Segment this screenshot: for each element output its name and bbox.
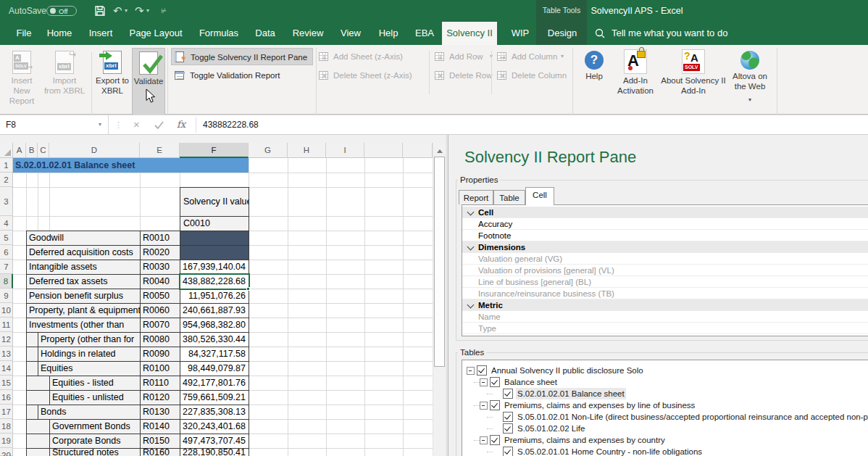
row-code-cell[interactable]: R0030 bbox=[140, 260, 180, 275]
tree-item-label[interactable]: S.05.02.01.01 Home Country - non-life ob… bbox=[516, 446, 704, 456]
tree-collapse-icon[interactable] bbox=[480, 402, 488, 410]
row-header-19[interactable]: 19 bbox=[0, 434, 13, 448]
row-code-cell[interactable]: R0160 bbox=[140, 448, 180, 456]
row-label-cell[interactable]: Investments (other than bbox=[26, 318, 141, 333]
value-cell-F9[interactable]: 11,951,076.26 bbox=[180, 289, 249, 304]
property-row-type[interactable]: Type bbox=[462, 323, 868, 334]
ribbon-button-delete-sheet-z-axis-[interactable]: ✕Delete Sheet (z-Axis) bbox=[319, 67, 427, 84]
row-code-cell[interactable]: R0150 bbox=[140, 434, 180, 449]
row-header-14[interactable]: 14 bbox=[0, 361, 13, 376]
tree-collapse-icon[interactable] bbox=[480, 378, 488, 386]
value-cell-F20[interactable]: 228,190,850.41 bbox=[180, 448, 249, 456]
row-label-cell[interactable]: Equities - listed bbox=[49, 376, 141, 391]
checkbox-checked[interactable] bbox=[503, 412, 513, 422]
ribbon-button-add-row[interactable]: ↓Add Row▾ bbox=[435, 48, 498, 65]
insert-function-icon[interactable]: fx bbox=[177, 115, 185, 134]
row-label-cell[interactable]: Corporate Bonds bbox=[49, 434, 141, 449]
ribbon-button-delete-column[interactable]: ✕Delete Column bbox=[497, 67, 559, 84]
tree-item[interactable]: S.02.01.02.01 Balance sheet bbox=[462, 388, 868, 399]
row-header-7[interactable]: 7 bbox=[0, 260, 13, 274]
scroll-up-button[interactable] bbox=[433, 143, 446, 155]
row-code-cell[interactable]: R0010 bbox=[140, 231, 180, 246]
tree-item-label[interactable]: Premiums, claims and expenses by line of… bbox=[503, 399, 696, 411]
row-header-20[interactable]: 20 bbox=[0, 448, 13, 456]
value-cell-F12[interactable]: 380,526,330.44 bbox=[180, 332, 249, 347]
property-group-cell[interactable]: Cell bbox=[462, 207, 868, 218]
checkbox-checked[interactable] bbox=[503, 423, 513, 434]
tree-item[interactable]: Premiums, claims and expenses by line of… bbox=[462, 399, 868, 411]
tree-item[interactable]: S.05.02.01.01 Home Country - non-life ob… bbox=[462, 446, 868, 456]
checkbox-checked[interactable] bbox=[503, 447, 513, 456]
row-label-cell[interactable]: Pension benefit surplus bbox=[26, 289, 141, 304]
property-row-line-of-business-general-bl-[interactable]: Line of business [general] (BL) bbox=[462, 276, 868, 288]
select-all-corner[interactable] bbox=[0, 143, 13, 158]
toggle-solvency-report-pane-button[interactable]: * Toggle Solvency II Report Pane bbox=[171, 48, 313, 65]
property-row-footnote[interactable]: Footnote bbox=[462, 230, 868, 241]
row-header-1[interactable]: 1 bbox=[0, 158, 13, 173]
column-header-blank[interactable] bbox=[364, 143, 403, 158]
value-cell-F11[interactable]: 954,968,382.80 bbox=[180, 318, 249, 333]
ribbon-button-delete-row[interactable]: ✕Delete Row bbox=[435, 67, 488, 84]
row-label-cell[interactable]: Property (other than for bbox=[38, 332, 141, 347]
row-header-11[interactable]: 11 bbox=[0, 318, 13, 332]
tree-item[interactable]: Annual Solvency II public disclosure Sol… bbox=[462, 365, 868, 376]
row-header-18[interactable]: 18 bbox=[0, 419, 13, 434]
enter-icon[interactable] bbox=[154, 120, 164, 133]
property-row-accuracy[interactable]: Accuracy bbox=[462, 218, 868, 230]
row-header-10[interactable]: 10 bbox=[0, 303, 13, 318]
ribbon-tab-solvency-ii[interactable]: Solvency II bbox=[442, 22, 497, 45]
column-header-I[interactable]: I bbox=[326, 143, 364, 158]
tell-me-box[interactable]: Tell me what you want to do bbox=[612, 22, 727, 45]
value-cell-F17[interactable]: 227,835,308.13 bbox=[180, 405, 249, 420]
checkbox-checked[interactable] bbox=[477, 365, 487, 376]
row-label-cell[interactable]: Structured notes bbox=[49, 448, 141, 456]
row-label-cell[interactable]: Intangible assets bbox=[26, 260, 141, 275]
ribbon-tab-page-layout[interactable]: Page Layout bbox=[125, 22, 187, 45]
tree-collapse-icon[interactable] bbox=[480, 436, 488, 444]
row-code-cell[interactable]: R0100 bbox=[140, 361, 180, 376]
row-code-cell[interactable]: R0090 bbox=[140, 347, 180, 362]
value-cell-F6[interactable] bbox=[180, 245, 249, 260]
row-code-cell[interactable]: R0080 bbox=[140, 332, 180, 347]
row-code-cell[interactable]: R0070 bbox=[140, 318, 180, 333]
property-row-valuation-of-provisions-general-vl-[interactable]: Valuation of provisions [general] (VL) bbox=[462, 265, 868, 276]
row-header-12[interactable]: 12 bbox=[0, 332, 13, 347]
ribbon-tab-help[interactable]: Help bbox=[374, 22, 403, 45]
checkbox-checked[interactable] bbox=[503, 389, 513, 399]
row-header-17[interactable]: 17 bbox=[0, 405, 13, 419]
properties-tab-table[interactable]: Table bbox=[493, 190, 525, 204]
ribbon-tab-view[interactable]: View bbox=[336, 22, 365, 45]
vertical-scrollbar[interactable] bbox=[433, 143, 446, 456]
tree-item-label[interactable]: S.05.01.02.02 Life bbox=[516, 423, 586, 434]
toggle-validation-report-button[interactable]: Toggle Validation Report bbox=[171, 67, 313, 84]
column-header-G[interactable]: G bbox=[249, 143, 288, 158]
row-label-cell[interactable]: Bonds bbox=[38, 405, 141, 420]
row-label-cell[interactable]: Equities - unlisted bbox=[49, 390, 141, 405]
value-cell-F18[interactable]: 320,243,401.68 bbox=[180, 419, 249, 434]
tree-item-label[interactable]: Premiums, claims and expenses by country bbox=[503, 434, 667, 446]
ribbon-button-add-sheet-z-axis-[interactable]: ↓Add Sheet (z-Axis) bbox=[319, 48, 427, 65]
value-cell-F7[interactable]: 167,939,140.04 bbox=[180, 260, 249, 275]
row-code-cell[interactable]: R0140 bbox=[140, 419, 180, 434]
column-header-blank[interactable] bbox=[403, 143, 433, 158]
row-header-6[interactable]: 6 bbox=[0, 245, 13, 260]
tree-item[interactable]: Balance sheet bbox=[462, 376, 868, 388]
column-header-E[interactable]: E bbox=[140, 143, 180, 158]
row-label-cell[interactable]: Property, plant & equipment bbox=[26, 303, 141, 318]
ribbon-tab-file[interactable]: File bbox=[10, 22, 38, 45]
checkbox-checked[interactable] bbox=[490, 400, 500, 410]
cancel-icon[interactable]: × bbox=[133, 115, 140, 134]
value-cell-F14[interactable]: 98,449,079.87 bbox=[180, 361, 249, 376]
ribbon-tab-eba[interactable]: EBA bbox=[412, 22, 438, 45]
row-label-cell[interactable]: Goodwill bbox=[26, 231, 141, 246]
value-cell-F16[interactable]: 759,661,509.21 bbox=[180, 390, 249, 405]
properties-tab-cell[interactable]: Cell bbox=[525, 187, 554, 205]
ribbon-button-add-column[interactable]: →Add Column▾ bbox=[497, 48, 569, 65]
row-header-9[interactable]: 9 bbox=[0, 289, 13, 303]
checkbox-checked[interactable] bbox=[490, 435, 500, 445]
row-header-16[interactable]: 16 bbox=[0, 390, 13, 405]
scrollbar-thumb[interactable] bbox=[434, 157, 445, 367]
row-header-15[interactable]: 15 bbox=[0, 376, 13, 390]
tree-item-label[interactable]: Balance sheet bbox=[503, 376, 559, 388]
ribbon-tab-review[interactable]: Review bbox=[288, 22, 327, 45]
